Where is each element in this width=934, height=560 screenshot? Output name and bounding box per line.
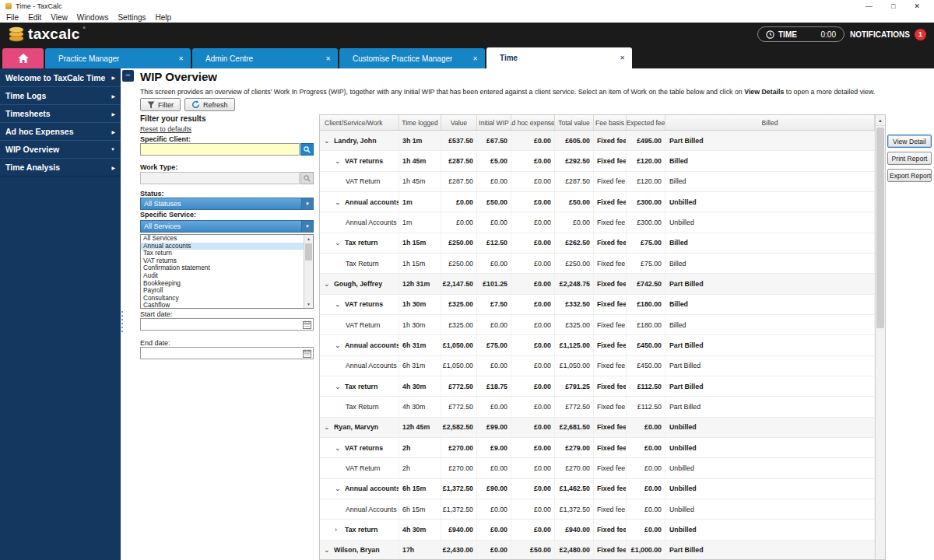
table-row[interactable]: ⌄Ryan, Marvyn12h 45m£2,582.50£99.00£0.00… [320, 418, 875, 438]
close-icon[interactable]: ✕ [325, 55, 331, 62]
sidebar-item-wip-overview[interactable]: WIP Overview▼ [0, 140, 121, 159]
specific-client-input[interactable] [140, 143, 300, 156]
close-button[interactable]: ✕ [914, 2, 920, 10]
menu-item-help[interactable]: Help [156, 13, 172, 22]
notifications-button[interactable]: NOTIFICATIONS 1 [850, 26, 926, 42]
table-row[interactable]: ⌄Landry, John3h 1m£537.50£67.50£0.00£605… [320, 131, 875, 151]
column-header-billed[interactable]: Billed [665, 115, 875, 130]
chevron-right-icon[interactable]: › [335, 526, 345, 534]
cell-billed: Billed [665, 151, 875, 170]
chevron-down-icon[interactable]: ⌄ [335, 485, 345, 492]
menu-item-edit[interactable]: Edit [28, 13, 41, 22]
refresh-button[interactable]: Refresh [184, 98, 235, 111]
menu-item-settings[interactable]: Settings [118, 13, 146, 22]
maximize-button[interactable]: □ [891, 2, 895, 10]
sidebar-item-timesheets[interactable]: Timesheets▶ [0, 104, 121, 123]
service-option-confirmation-statement[interactable]: Confirmation statement [141, 264, 313, 272]
column-header-expected-fee[interactable]: Expected fee [627, 115, 665, 130]
reset-defaults-link[interactable]: Reset to defaults [140, 125, 191, 133]
scrollbar-thumb[interactable] [305, 243, 312, 261]
table-row[interactable]: ⌄Tax return4h 30m£772.50£18.75£0.00£791.… [320, 376, 875, 397]
chevron-down-icon[interactable]: ⌄ [335, 444, 345, 452]
client-search-button[interactable] [300, 143, 314, 156]
scroll-down-icon[interactable]: ▼ [304, 300, 313, 308]
table-row[interactable]: ⌄Annual accounts6h 31m£1,050.00£75.00£0.… [320, 335, 875, 355]
work-type-input[interactable] [140, 172, 300, 184]
collapse-sidebar-button[interactable]: − [122, 70, 134, 82]
sidebar-item-welcome-to-taxcalc-time[interactable]: Welcome to TaxCalc Time▶ [0, 68, 121, 87]
table-row[interactable]: Tax Return1h 15m£250.00£0.00£0.00£250.00… [320, 254, 875, 274]
chevron-down-icon[interactable]: ⌄ [335, 157, 345, 165]
table-row[interactable]: ⌄Tax return1h 15m£250.00£12.50£0.00£262.… [320, 233, 875, 254]
scroll-up-icon[interactable]: ▲ [304, 235, 313, 243]
table-row[interactable]: Annual Accounts6h 15m£1,372.50£0.00£0.00… [320, 499, 875, 520]
close-icon[interactable]: ✕ [620, 54, 625, 61]
minimize-button[interactable]: — [866, 2, 873, 10]
chevron-down-icon[interactable]: ⌄ [324, 137, 334, 145]
service-dropdown[interactable]: All Services ▼ [140, 220, 314, 233]
close-icon[interactable]: ✕ [178, 55, 184, 62]
tab-admin-centre[interactable]: Admin Centre✕ [192, 48, 338, 68]
column-header-initial-wip[interactable]: Initial WIP [477, 115, 511, 130]
cell-billed: Part Billed [665, 335, 875, 355]
filter-button[interactable]: Filter [140, 98, 181, 111]
column-header-total-value[interactable]: Total value [555, 115, 594, 130]
column-header-fee-basis[interactable]: Fee basis [594, 115, 627, 130]
chevron-down-icon[interactable]: ⌄ [335, 300, 345, 308]
table-row[interactable]: VAT Return1h 45m£287.50£0.00£0.00£287.50… [320, 172, 875, 192]
sidebar-item-ad-hoc-expenses[interactable]: Ad hoc Expenses▶ [0, 122, 121, 141]
table-row[interactable]: ⌄Annual accounts6h 15m£1,372.50£90.00£0.… [320, 479, 875, 499]
column-header-client-service-work[interactable]: Client/Service/Work [320, 115, 399, 130]
scrollbar-thumb[interactable] [876, 128, 884, 328]
cell-total-value: £1,372.50 [555, 499, 594, 519]
end-date-input[interactable] [141, 348, 301, 359]
tab-time[interactable]: Time✕ [486, 47, 632, 68]
home-tab[interactable] [2, 48, 44, 68]
chevron-down-icon[interactable]: ⌄ [335, 383, 345, 390]
view-detail-button[interactable]: View Detail [887, 135, 932, 148]
chevron-down-icon[interactable]: ⌄ [335, 341, 345, 349]
table-row[interactable]: Annual Accounts1m£0.00£0.00£0.00£0.00Fix… [320, 212, 875, 233]
start-date-input[interactable] [141, 319, 301, 330]
menu-item-file[interactable]: File [6, 13, 19, 22]
chevron-down-icon[interactable]: ⌄ [324, 280, 334, 288]
chevron-down-icon[interactable]: ⌄ [335, 198, 345, 206]
scroll-up-icon[interactable]: ▲ [876, 115, 885, 126]
tab-customise-practice-manager[interactable]: Customise Practice Manager✕ [339, 48, 485, 68]
chevron-down-icon[interactable]: ⌄ [335, 239, 345, 247]
service-option-cashflow[interactable]: Cashflow [141, 302, 313, 309]
calendar-icon[interactable] [301, 349, 313, 358]
table-row[interactable]: VAT Return1h 30m£325.00£0.00£0.00£325.00… [320, 315, 875, 335]
tab-practice-manager[interactable]: Practice Manager✕ [45, 48, 191, 68]
menu-item-windows[interactable]: Windows [77, 13, 109, 22]
table-scrollbar[interactable]: ▲ [875, 115, 885, 559]
sidebar-item-time-logs[interactable]: Time Logs▶ [0, 86, 121, 105]
close-icon[interactable]: ✕ [472, 55, 478, 62]
service-option-bookkeeping[interactable]: Bookkeeping [141, 280, 313, 288]
table-row[interactable]: Tax Return4h 30m£772.50£0.00£0.00£772.50… [320, 397, 875, 417]
table-row[interactable]: ⌄Gough, Jeffrey12h 31m£2,147.50£101.25£0… [320, 274, 875, 294]
table-row[interactable]: Annual Accounts6h 31m£1,050.00£0.00£0.00… [320, 356, 875, 376]
column-header-value[interactable]: Value [441, 115, 477, 130]
panel-splitter-handle[interactable] [121, 311, 125, 332]
time-timer-button[interactable]: TIME 0:00 [757, 26, 844, 42]
export-report-button[interactable]: Export Report [887, 169, 932, 182]
table-row[interactable]: ⌄Wilson, Bryan17h£2,430.00£0.00£50.00£2,… [320, 541, 875, 560]
table-row[interactable]: ⌄Annual accounts1m£0.00£50.00£0.00£50.00… [320, 192, 875, 212]
sidebar-item-time-analysis[interactable]: Time Analysis▶ [0, 158, 121, 177]
table-row[interactable]: ›Tax return4h 30m£940.00£0.00£0.00£940.0… [320, 520, 875, 540]
table-row[interactable]: ⌄VAT returns1h 30m£325.00£7.50£0.00£332.… [320, 295, 875, 315]
chevron-down-icon[interactable]: ⌄ [324, 546, 334, 554]
column-header-ad-hoc-expenses[interactable]: Ad hoc expenses [511, 115, 555, 130]
cell-client-service-work: ⌄Landry, John [320, 131, 399, 150]
menu-item-view[interactable]: View [51, 13, 68, 22]
chevron-down-icon[interactable]: ⌄ [324, 423, 334, 431]
status-dropdown[interactable]: All Statuses ▼ [140, 198, 314, 210]
table-row[interactable]: ⌄VAT returns2h£270.00£9.00£0.00£279.00Fi… [320, 438, 875, 458]
listbox-scrollbar[interactable]: ▲ ▼ [304, 235, 313, 308]
table-row[interactable]: VAT Return2h£270.00£0.00£0.00£270.00Fixe… [320, 458, 875, 478]
table-row[interactable]: ⌄VAT returns1h 45m£287.50£5.00£0.00£292.… [320, 151, 875, 171]
print-report-button[interactable]: Print Report [887, 152, 932, 165]
calendar-icon[interactable] [301, 320, 313, 329]
column-header-time-logged[interactable]: Time logged [399, 115, 441, 130]
